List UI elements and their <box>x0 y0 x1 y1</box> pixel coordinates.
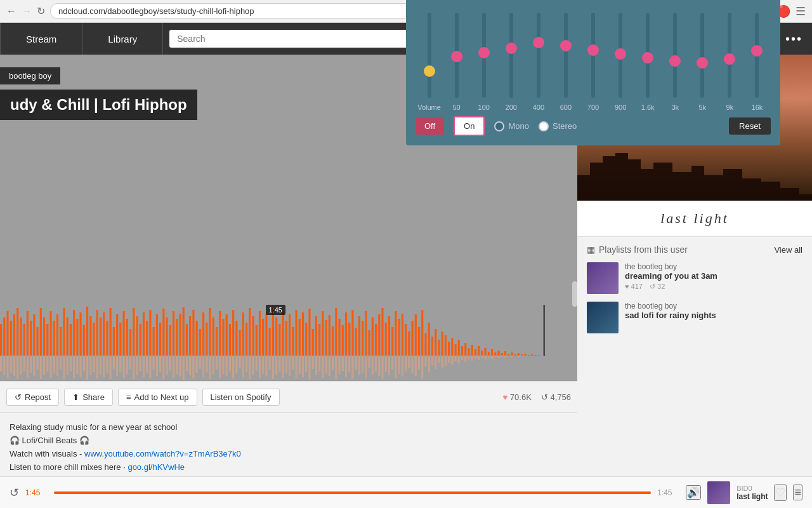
svg-rect-317 <box>475 356 476 359</box>
menu-icon[interactable]: ☰ <box>796 4 806 18</box>
svg-rect-83 <box>275 318 277 356</box>
svg-rect-50 <box>166 318 167 356</box>
eq-stereo-radio[interactable] <box>539 121 549 131</box>
eq-knob-600[interactable] <box>560 40 572 51</box>
svg-rect-205 <box>103 356 105 377</box>
svg-rect-261 <box>289 356 291 376</box>
player-like-button[interactable]: ♡ <box>774 485 787 501</box>
svg-rect-101 <box>335 308 337 356</box>
svg-rect-217 <box>143 356 145 377</box>
svg-rect-89 <box>295 310 297 356</box>
svg-rect-266 <box>305 356 307 372</box>
eq-knob-16k[interactable] <box>751 45 763 57</box>
eq-track-400[interactable] <box>537 13 540 98</box>
artist-label[interactable]: bootleg boy <box>0 67 60 84</box>
svg-rect-79 <box>262 319 264 356</box>
svg-rect-49 <box>162 309 164 356</box>
youtube-link[interactable]: www.youtube.com/watch?v=zTmArB3e7k0 <box>84 449 241 458</box>
eq-knob-50[interactable] <box>451 51 462 62</box>
eq-track-3k[interactable] <box>673 13 677 98</box>
repost-count: ↺ 4,756 <box>541 392 571 402</box>
svg-rect-114 <box>378 314 380 356</box>
svg-rect-110 <box>365 311 367 356</box>
eq-track-700[interactable] <box>591 13 595 98</box>
player-queue-button[interactable]: ≡ <box>793 485 802 500</box>
svg-rect-148 <box>491 349 493 356</box>
refresh-icon[interactable]: ↻ <box>37 5 45 17</box>
eq-knob-200[interactable] <box>506 43 517 54</box>
svg-rect-150 <box>497 351 499 356</box>
svg-rect-102 <box>338 319 340 356</box>
eq-track-600[interactable] <box>564 13 568 98</box>
share-button[interactable]: ⬆ Share <box>64 389 113 406</box>
eq-track-9k[interactable] <box>728 13 731 98</box>
eq-col-5k: 5k <box>689 10 716 111</box>
eq-knob-9k[interactable] <box>724 53 735 65</box>
progress-bar[interactable] <box>54 491 651 494</box>
svg-rect-62 <box>206 323 207 356</box>
eq-label-200: 200 <box>506 104 517 111</box>
eq-track-16k[interactable] <box>755 13 759 98</box>
stream-tab[interactable]: Stream <box>0 23 82 55</box>
svg-rect-140 <box>464 343 466 356</box>
scroll-indicator[interactable] <box>572 281 577 307</box>
svg-rect-41 <box>136 316 138 356</box>
svg-rect-160 <box>531 354 533 356</box>
eq-off-button[interactable]: Off <box>416 117 444 135</box>
eq-track-900[interactable] <box>619 13 622 98</box>
svg-rect-42 <box>140 324 141 356</box>
svg-rect-122 <box>405 324 407 356</box>
svg-rect-220 <box>153 356 155 370</box>
repost-button[interactable]: ↺ Repost <box>6 389 59 406</box>
eq-knob-volume[interactable] <box>424 65 435 77</box>
back-icon[interactable]: ← <box>6 6 16 17</box>
eq-mono-group: Mono <box>494 121 529 131</box>
svg-rect-320 <box>485 356 487 359</box>
playlist-item-2[interactable]: the bootleg boy sad lofi for rainy night… <box>587 302 802 333</box>
eq-mono-radio[interactable] <box>494 121 504 131</box>
eq-knob-5k[interactable] <box>697 57 708 69</box>
eq-reset-button[interactable]: Reset <box>729 117 771 135</box>
player-artist: BID0 <box>737 485 768 492</box>
eq-track-5k[interactable] <box>700 13 704 98</box>
eq-track-50[interactable] <box>455 13 459 98</box>
nav-more-button[interactable]: ••• <box>776 32 812 46</box>
eq-knob-400[interactable] <box>533 37 544 48</box>
spotify-button[interactable]: Listen on Spotify <box>202 389 280 406</box>
eq-knob-1k6[interactable] <box>642 52 653 64</box>
eq-knob-3k[interactable] <box>669 55 681 67</box>
repeat-button[interactable]: ↺ <box>10 486 19 500</box>
svg-rect-117 <box>388 316 390 356</box>
svg-rect-315 <box>468 356 469 359</box>
eq-knob-900[interactable] <box>615 48 626 60</box>
goo-link[interactable]: goo.gl/hKVwHe <box>128 462 185 472</box>
eq-knob-100[interactable] <box>478 47 490 58</box>
svg-rect-274 <box>332 356 334 370</box>
svg-rect-248 <box>246 356 247 372</box>
svg-rect-184 <box>33 356 35 376</box>
view-all-button[interactable]: View all <box>774 245 802 255</box>
eq-col-1k6: 1.6k <box>634 10 662 111</box>
svg-rect-133 <box>442 331 443 356</box>
eq-on-button[interactable]: On <box>454 116 485 136</box>
playlist-item-1[interactable]: the bootleg boy dreaming of you at 3am ♥… <box>587 262 802 294</box>
svg-rect-136 <box>451 338 453 356</box>
playlist-artist-2: the bootleg boy <box>625 302 802 311</box>
svg-rect-210 <box>119 356 121 372</box>
eq-track-200[interactable] <box>509 13 513 98</box>
svg-rect-309 <box>448 356 450 363</box>
eq-track-1k6[interactable] <box>646 13 650 98</box>
eq-track-100[interactable] <box>482 13 486 98</box>
volume-button[interactable]: 🔊 <box>686 485 701 500</box>
forward-icon[interactable]: → <box>22 6 32 17</box>
waveform-container[interactable]: 1:45 <box>0 305 577 381</box>
svg-rect-131 <box>435 329 436 356</box>
svg-rect-112 <box>372 318 374 356</box>
add-next-button[interactable]: ≡ Add to Next up <box>118 389 197 406</box>
eq-knob-700[interactable] <box>587 44 599 56</box>
svg-rect-0 <box>0 324 2 356</box>
library-tab[interactable]: Library <box>82 23 163 55</box>
eq-label-700: 700 <box>587 104 599 111</box>
eq-track-volume[interactable] <box>428 13 431 98</box>
playlist-info-1: the bootleg boy dreaming of you at 3am ♥… <box>625 262 802 294</box>
